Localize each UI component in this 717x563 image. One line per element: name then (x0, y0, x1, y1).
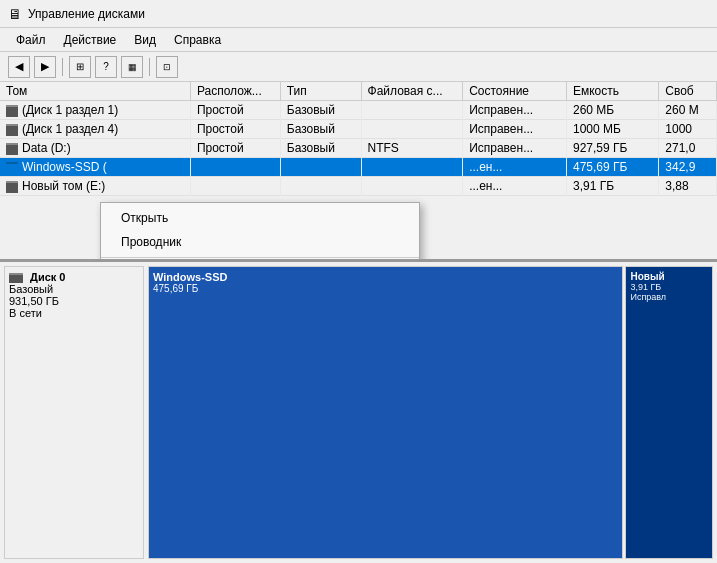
col-location: Располож... (190, 82, 280, 101)
context-menu-item-2: Сделать раздел активным (101, 261, 419, 262)
table-cell: 260 М (659, 101, 717, 120)
title-bar: 🖥 Управление дисками (0, 0, 717, 28)
table-cell: Простой (190, 139, 280, 158)
table-cell: (Диск 1 раздел 4) (0, 120, 190, 139)
app-title: Управление дисками (28, 7, 145, 21)
disk-section: Диск 0 Базовый 931,50 ГБ В сети Windows-… (0, 262, 717, 563)
forward-button[interactable]: ▶ (34, 56, 56, 78)
menu-help[interactable]: Справка (166, 31, 229, 49)
table-cell (361, 101, 463, 120)
table-row[interactable]: (Диск 1 раздел 4)ПростойБазовыйИсправен.… (0, 120, 717, 139)
table-cell: Windows-SSD ( (0, 158, 190, 177)
disk-row-icon (6, 124, 18, 136)
table-cell (280, 158, 361, 177)
table-cell: NTFS (361, 139, 463, 158)
disk-label-0: Диск 0 Базовый 931,50 ГБ В сети (4, 266, 144, 559)
block-size-2: 3,91 ГБ (630, 282, 708, 292)
table-header-row: Том Располож... Тип Файловая с... Состоя… (0, 82, 717, 101)
menu-bar: Файл Действие Вид Справка (0, 28, 717, 52)
back-button[interactable]: ◀ (8, 56, 30, 78)
context-menu-item-1[interactable]: Проводник (101, 230, 419, 254)
help-button[interactable]: ? (95, 56, 117, 78)
block-size-1: 475,69 ГБ (153, 283, 618, 294)
app-icon: 🖥 (8, 6, 22, 22)
main-area: Том Располож... Тип Файловая с... Состоя… (0, 82, 717, 563)
disk-icon (9, 273, 23, 283)
table-cell: (Диск 1 раздел 1) (0, 101, 190, 120)
disk-size: 931,50 ГБ (9, 295, 139, 307)
col-status: Состояние (463, 82, 567, 101)
properties-button[interactable]: ⊞ (69, 56, 91, 78)
table-cell: 271,0 (659, 139, 717, 158)
col-tom: Том (0, 82, 190, 101)
table-row[interactable]: (Диск 1 раздел 1)ПростойБазовыйИсправен.… (0, 101, 717, 120)
disk-status: В сети (9, 307, 139, 319)
table-cell: Простой (190, 120, 280, 139)
table-cell (190, 158, 280, 177)
disk-type: Базовый (9, 283, 139, 295)
block-status-2: Исправл (630, 292, 708, 302)
menu-file[interactable]: Файл (8, 31, 54, 49)
disk-blocks: Windows-SSD 475,69 ГБ Новый 3,91 ГБ Испр… (148, 266, 713, 559)
table-cell (361, 120, 463, 139)
table-cell: 1000 (659, 120, 717, 139)
disk-block-new: Новый 3,91 ГБ Исправл (625, 266, 713, 559)
table-cell: Базовый (280, 139, 361, 158)
disk-row-icon (6, 181, 18, 193)
view2-button[interactable]: ⊡ (156, 56, 178, 78)
table-cell: Базовый (280, 101, 361, 120)
table-cell (361, 158, 463, 177)
col-capacity: Емкость (566, 82, 658, 101)
view-button[interactable]: ▦ (121, 56, 143, 78)
col-fs: Файловая с... (361, 82, 463, 101)
disk-table-section: Том Располож... Тип Файловая с... Состоя… (0, 82, 717, 262)
toolbar: ◀ ▶ ⊞ ? ▦ ⊡ (0, 52, 717, 82)
col-free: Своб (659, 82, 717, 101)
menu-view[interactable]: Вид (126, 31, 164, 49)
table-cell: Базовый (280, 120, 361, 139)
table-cell: 475,69 ГБ (566, 158, 658, 177)
disk-row-icon (6, 162, 18, 174)
table-cell: Простой (190, 101, 280, 120)
table-cell: 342,9 (659, 158, 717, 177)
col-type: Тип (280, 82, 361, 101)
toolbar-separator-1 (62, 58, 63, 76)
disk-row-icon (6, 143, 18, 155)
table-cell: Исправен... (463, 139, 567, 158)
table-cell: 927,59 ГБ (566, 139, 658, 158)
disk-block-windows: Windows-SSD 475,69 ГБ (148, 266, 623, 559)
table-cell: ...ен... (463, 158, 567, 177)
disk-row-icon (6, 105, 18, 117)
table-cell: Исправен... (463, 120, 567, 139)
context-menu-separator (101, 257, 419, 258)
table-cell: ...ен... (463, 177, 567, 196)
menu-action[interactable]: Действие (56, 31, 125, 49)
table-row[interactable]: Windows-SSD (...ен...475,69 ГБ342,9 (0, 158, 717, 177)
table-cell (361, 177, 463, 196)
toolbar-separator-2 (149, 58, 150, 76)
table-row[interactable]: Data (D:)ПростойБазовыйNTFSИсправен...92… (0, 139, 717, 158)
block-label-2: Новый (630, 271, 708, 282)
table-cell: 3,91 ГБ (566, 177, 658, 196)
table-cell: 260 МБ (566, 101, 658, 120)
table-cell: Data (D:) (0, 139, 190, 158)
context-menu-item-0[interactable]: Открыть (101, 206, 419, 230)
disk-number: Диск 0 (9, 271, 139, 283)
table-row[interactable]: Новый том (E:)...ен...3,91 ГБ3,88 (0, 177, 717, 196)
context-menu[interactable]: ОткрытьПроводникСделать раздел активнымИ… (100, 202, 420, 262)
table-cell: 1000 МБ (566, 120, 658, 139)
table-cell: Новый том (E:) (0, 177, 190, 196)
table-cell: 3,88 (659, 177, 717, 196)
disk-table: Том Располож... Тип Файловая с... Состоя… (0, 82, 717, 196)
block-label-1: Windows-SSD (153, 271, 618, 283)
table-cell (190, 177, 280, 196)
table-cell (280, 177, 361, 196)
table-cell: Исправен... (463, 101, 567, 120)
